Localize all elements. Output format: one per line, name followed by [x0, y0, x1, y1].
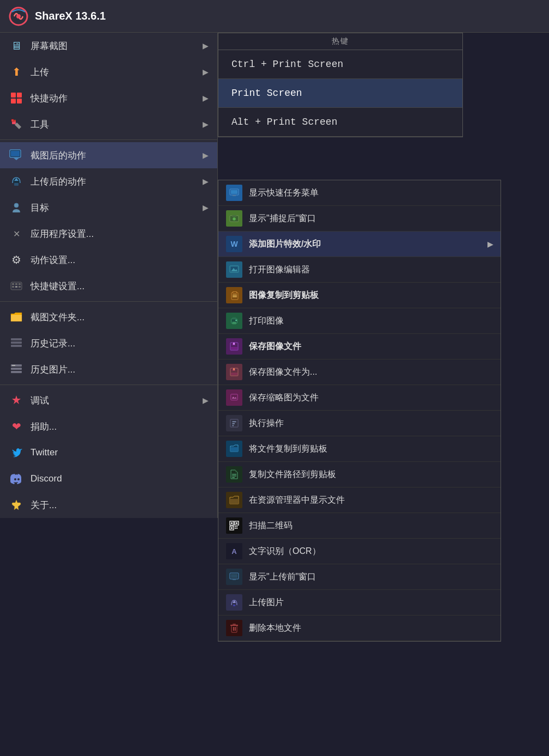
menu-item-action-settings[interactable]: ⚙ 动作设置... — [0, 247, 217, 273]
action-item-show-in-explorer[interactable]: 在资源管理器中显示文件 — [218, 487, 501, 513]
menu-label-target: 目标 — [30, 202, 49, 214]
add-effects-icon: W — [226, 236, 242, 252]
menu-item-after-upload[interactable]: 上传后的动作 ▶ — [0, 168, 217, 194]
svg-rect-65 — [235, 528, 236, 529]
menu-item-app-settings[interactable]: ✕ 应用程序设置... — [0, 221, 217, 247]
menu-item-upload[interactable]: ⬆ 上传 ▶ — [0, 59, 217, 85]
svg-rect-54 — [232, 474, 236, 475]
action-item-execute[interactable]: 执行操作 — [218, 411, 501, 436]
action-item-add-effects[interactable]: W 添加图片特效/水印 ▶ — [218, 231, 501, 257]
action-item-save-file[interactable]: 保存图像文件 — [218, 334, 501, 359]
action-item-ocr[interactable]: A 文字识别（OCR） — [218, 539, 501, 564]
menu-label-about: 关于... — [30, 499, 57, 511]
menu-item-donate[interactable]: ❤ 捐助... — [0, 413, 217, 440]
action-label-execute: 执行操作 — [249, 418, 284, 429]
debug-icon — [9, 393, 24, 408]
delete-local-icon — [226, 620, 242, 636]
svg-rect-46 — [233, 343, 235, 345]
menu-item-history-img[interactable]: 历史图片... — [0, 356, 217, 382]
menu-label-app-settings: 应用程序设置... — [30, 228, 94, 240]
svg-rect-75 — [235, 627, 236, 631]
history-icon — [9, 336, 24, 351]
menu-item-quick[interactable]: 快捷动作 ▶ — [0, 85, 217, 111]
hotkey-item-ctrl-print[interactable]: Ctrl + Print Screen — [218, 50, 462, 79]
action-settings-icon: ⚙ — [9, 252, 24, 267]
svg-rect-22 — [11, 345, 22, 347]
menu-item-discord[interactable]: Discord — [0, 466, 217, 492]
svg-rect-28 — [231, 190, 237, 194]
svg-point-43 — [235, 320, 237, 321]
arrow-icon-screenshot: ▶ — [203, 41, 209, 50]
menu-label-screenshot: 屏幕截图 — [30, 40, 68, 52]
menu-item-after-capture[interactable]: 截图后的动作 ▶ — [0, 142, 217, 168]
svg-rect-16 — [19, 283, 21, 285]
app-settings-icon: ✕ — [9, 226, 24, 241]
history-img-icon — [9, 362, 24, 377]
action-label-show-before-upload: 显示"上传前"窗口 — [249, 571, 316, 583]
action-label-save-file: 保存图像文件 — [249, 341, 301, 352]
action-item-delete-local[interactable]: 删除本地文件 — [218, 615, 501, 641]
action-item-open-editor[interactable]: 打开图像编辑器 — [218, 257, 501, 283]
action-item-show-quick-menu[interactable]: 显示快速任务菜单 — [218, 180, 501, 206]
svg-rect-18 — [15, 286, 17, 288]
menu-item-about[interactable]: 关于... — [0, 492, 217, 518]
action-item-show-before-upload[interactable]: 显示"上传前"窗口 — [218, 564, 501, 590]
svg-rect-51 — [231, 373, 237, 375]
show-in-explorer-icon — [226, 492, 242, 508]
twitter-icon — [9, 445, 24, 460]
show-before-upload-icon — [226, 569, 242, 585]
action-item-copy-clipboard[interactable]: 图像复制到剪贴板 — [218, 283, 501, 308]
menu-item-tools[interactable]: 工具 ▶ — [0, 111, 217, 137]
arrow-icon-add-effects: ▶ — [487, 240, 493, 248]
menu-item-twitter[interactable]: Twitter — [0, 440, 217, 466]
app-logo — [9, 7, 28, 26]
action-item-print[interactable]: 打印图像 — [218, 308, 501, 334]
action-label-delete-local: 删除本地文件 — [249, 623, 301, 634]
action-item-show-capture-window[interactable]: 显示"捕捉后"窗口 — [218, 206, 501, 231]
menu-item-hotkey-settings[interactable]: 快捷键设置... — [0, 273, 217, 299]
action-item-copy-file-path[interactable]: 复制文件路径到剪贴板 — [218, 462, 501, 487]
svg-rect-50 — [233, 368, 235, 370]
action-label-copy-file-clipboard: 将文件复制到剪贴板 — [249, 443, 327, 455]
arrow-icon-target: ▶ — [203, 203, 209, 212]
save-file-icon — [226, 338, 242, 355]
action-item-save-as[interactable]: 保存图像文件为... — [218, 359, 501, 385]
quick-icon — [9, 90, 24, 106]
svg-rect-47 — [231, 347, 237, 350]
svg-rect-20 — [11, 338, 22, 340]
action-item-save-thumb[interactable]: 保存缩略图为文件 — [218, 385, 501, 411]
svg-rect-15 — [15, 283, 17, 285]
copy-clipboard-icon — [226, 287, 242, 303]
svg-rect-39 — [233, 296, 237, 297]
menu-item-target[interactable]: 目标 ▶ — [0, 194, 217, 221]
menu-item-screenshot[interactable]: 🖥 屏幕截图 ▶ — [0, 33, 217, 59]
action-label-copy-clipboard: 图像复制到剪贴板 — [249, 290, 319, 301]
action-item-upload-image[interactable]: 上传图片 — [218, 590, 501, 615]
svg-rect-41 — [232, 318, 236, 320]
screenshot-icon: 🖥 — [9, 38, 24, 53]
action-label-save-as: 保存图像文件为... — [249, 367, 317, 378]
menu-item-debug[interactable]: 调试 ▶ — [0, 387, 217, 413]
svg-rect-3 — [17, 93, 22, 97]
action-item-copy-file-clipboard[interactable]: 将文件复制到剪贴板 — [218, 436, 501, 462]
svg-rect-74 — [233, 627, 234, 631]
hotkey-item-alt-print[interactable]: Alt + Print Screen — [218, 108, 462, 137]
menu-item-capture-folder[interactable]: 截图文件夹... — [0, 304, 217, 330]
action-label-save-thumb: 保存缩略图为文件 — [249, 392, 319, 404]
svg-rect-14 — [12, 283, 14, 285]
svg-rect-71 — [231, 625, 237, 632]
svg-rect-8 — [11, 119, 14, 121]
save-as-icon — [226, 364, 242, 380]
svg-rect-64 — [236, 526, 237, 527]
copy-file-clipboard-icon — [226, 441, 242, 457]
svg-rect-24 — [11, 368, 22, 370]
menu-label-upload: 上传 — [30, 66, 49, 78]
hotkey-item-print[interactable]: Print Screen — [218, 79, 462, 108]
menu-item-history[interactable]: 历史记录... — [0, 330, 217, 356]
show-quick-menu-icon — [226, 185, 242, 201]
action-label-ocr: 文字识别（OCR） — [249, 546, 321, 557]
action-item-scan-qr[interactable]: 扫描二维码 — [218, 513, 501, 539]
svg-rect-66 — [236, 528, 237, 529]
svg-rect-38 — [233, 295, 237, 296]
action-label-open-editor: 打开图像编辑器 — [249, 264, 310, 276]
